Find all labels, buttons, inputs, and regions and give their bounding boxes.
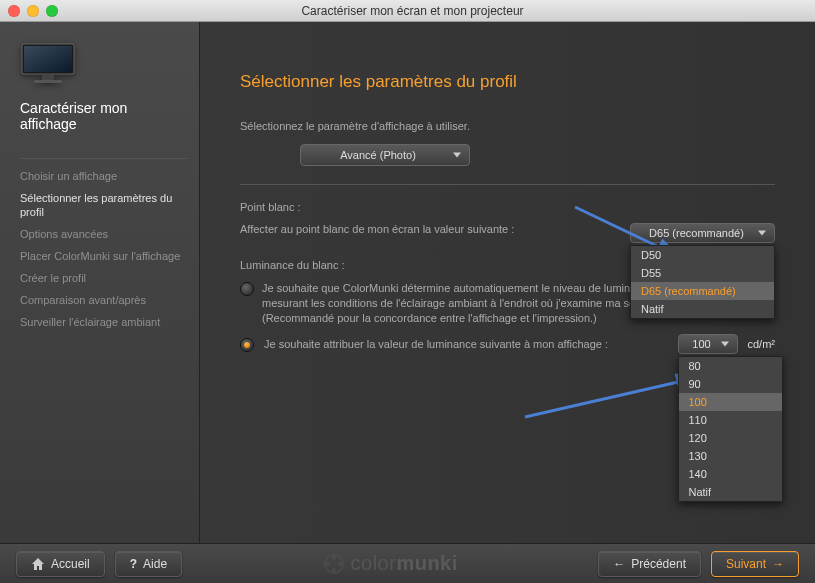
- svg-point-9: [332, 568, 336, 572]
- sidebar-item-monitor-ambient[interactable]: Surveiller l'éclairage ambiant: [20, 311, 187, 333]
- brand-logo: colormunki: [323, 552, 458, 575]
- svg-point-7: [332, 556, 336, 560]
- sidebar-divider: [20, 158, 187, 159]
- sidebar-item-create-profile[interactable]: Créer le profil: [20, 267, 187, 289]
- instruction-text: Sélectionnez le paramètre d'affichage à …: [240, 120, 775, 132]
- radio-auto[interactable]: [240, 282, 254, 296]
- main-panel: Sélectionner les paramètres du profil Sé…: [200, 22, 815, 543]
- next-button-label: Suivant: [726, 557, 766, 571]
- whitepoint-option-d50[interactable]: D50: [631, 246, 774, 264]
- luminance-option-90[interactable]: 90: [679, 375, 782, 393]
- previous-button-label: Précédent: [631, 557, 686, 571]
- luminance-option-100[interactable]: 100: [679, 393, 782, 411]
- sidebar-item-place-device[interactable]: Placer ColorMunki sur l'affichage: [20, 245, 187, 267]
- radio-manual[interactable]: [240, 338, 254, 352]
- svg-rect-1: [24, 46, 72, 72]
- arrow-left-icon: ←: [613, 557, 625, 571]
- monitor-icon: [20, 42, 76, 86]
- luminance-options-panel: 80 90 100 110 120 130 140 Natif: [678, 356, 783, 502]
- whitepoint-dropdown-value: D65 (recommandé): [649, 227, 744, 239]
- radio-manual-row[interactable]: Je souhaite attribuer la valeur de lumin…: [240, 334, 775, 354]
- window-titlebar: Caractériser mon écran et mon projecteur: [0, 0, 815, 22]
- luminance-unit: cd/m²: [748, 338, 776, 350]
- arrow-right-icon: →: [772, 557, 784, 571]
- svg-point-8: [338, 562, 342, 566]
- sidebar-item-advanced-options[interactable]: Options avancées: [20, 223, 187, 245]
- luminance-option-110[interactable]: 110: [679, 411, 782, 429]
- home-icon: [31, 558, 45, 570]
- svg-rect-2: [42, 75, 54, 80]
- mode-dropdown-value: Avancé (Photo): [340, 149, 416, 161]
- sidebar-title: Caractériser mon affichage: [20, 100, 187, 132]
- help-icon: ?: [130, 557, 137, 571]
- sidebar-item-compare[interactable]: Comparaison avant/après: [20, 289, 187, 311]
- mode-dropdown[interactable]: Avancé (Photo): [300, 144, 470, 166]
- svg-point-10: [326, 562, 330, 566]
- luminance-dropdown-value: 100: [692, 338, 710, 350]
- help-button[interactable]: ? Aide: [115, 551, 182, 577]
- luminance-option-native[interactable]: Natif: [679, 483, 782, 501]
- brand-icon: [323, 553, 345, 575]
- footer: Accueil ? Aide colormunki ← Précédent Su…: [0, 543, 815, 583]
- brand-text-1: color: [351, 552, 397, 574]
- whitepoint-text: Affecter au point blanc de mon écran la …: [240, 223, 514, 235]
- luminance-option-130[interactable]: 130: [679, 447, 782, 465]
- whitepoint-option-d55[interactable]: D55: [631, 264, 774, 282]
- svg-rect-3: [34, 80, 62, 83]
- divider: [240, 184, 775, 185]
- radio-manual-text: Je souhaite attribuer la valeur de lumin…: [264, 337, 608, 352]
- previous-button[interactable]: ← Précédent: [598, 551, 701, 577]
- sidebar: Caractériser mon affichage Choisir un af…: [0, 22, 200, 543]
- whitepoint-label: Point blanc :: [240, 201, 775, 213]
- next-button[interactable]: Suivant →: [711, 551, 799, 577]
- help-button-label: Aide: [143, 557, 167, 571]
- whitepoint-option-native[interactable]: Natif: [631, 300, 774, 318]
- svg-line-5: [525, 377, 700, 417]
- home-button-label: Accueil: [51, 557, 90, 571]
- page-heading: Sélectionner les paramètres du profil: [240, 72, 775, 92]
- sidebar-item-choose-display[interactable]: Choisir un affichage: [20, 165, 187, 187]
- whitepoint-dropdown[interactable]: D65 (recommandé): [630, 223, 775, 243]
- whitepoint-options-panel: D50 D55 D65 (recommandé) Natif: [630, 245, 775, 319]
- luminance-option-80[interactable]: 80: [679, 357, 782, 375]
- home-button[interactable]: Accueil: [16, 551, 105, 577]
- luminance-option-120[interactable]: 120: [679, 429, 782, 447]
- brand-text-2: munki: [396, 552, 457, 574]
- luminance-option-140[interactable]: 140: [679, 465, 782, 483]
- window-title: Caractériser mon écran et mon projecteur: [18, 4, 807, 18]
- luminance-dropdown[interactable]: 100: [678, 334, 738, 354]
- whitepoint-option-d65[interactable]: D65 (recommandé): [631, 282, 774, 300]
- sidebar-item-select-params[interactable]: Sélectionner les paramètres du profil: [20, 187, 187, 223]
